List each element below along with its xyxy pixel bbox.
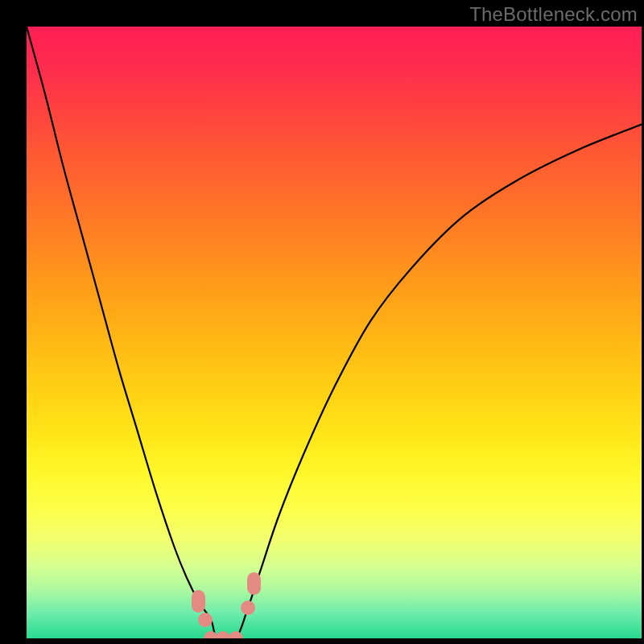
marker-right-floor-b [247, 572, 261, 595]
marker-right-floor-a [241, 601, 255, 615]
plot-area [27, 27, 642, 638]
curve-markers [27, 27, 642, 638]
marker-floor-c [229, 631, 243, 638]
watermark-text: TheBottleneck.com [469, 3, 638, 26]
marker-left-floor-b [198, 613, 213, 627]
marker-left-floor-a [192, 590, 205, 613]
